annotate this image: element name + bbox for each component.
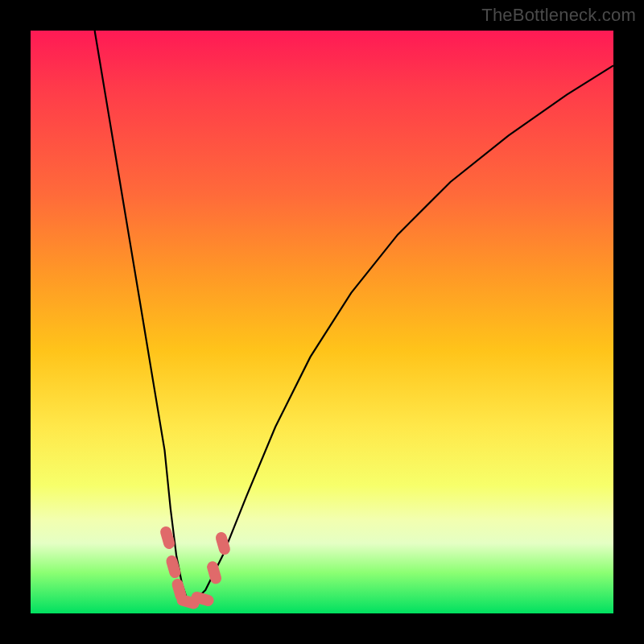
- marker-group: [166, 532, 225, 604]
- plot-area: [31, 31, 613, 613]
- marker-bottom-2: [197, 597, 208, 601]
- marker-bottom-1: [183, 601, 194, 604]
- marker-left-1: [166, 532, 169, 543]
- marker-right-2: [221, 538, 225, 549]
- marker-left-3: [178, 584, 181, 596]
- bottleneck-curve: [95, 31, 613, 602]
- chart-frame: TheBottleneck.com: [0, 0, 644, 644]
- marker-left-2: [171, 561, 175, 572]
- watermark-text: TheBottleneck.com: [481, 5, 636, 26]
- curve-layer: [31, 31, 613, 613]
- marker-right-1: [213, 567, 216, 578]
